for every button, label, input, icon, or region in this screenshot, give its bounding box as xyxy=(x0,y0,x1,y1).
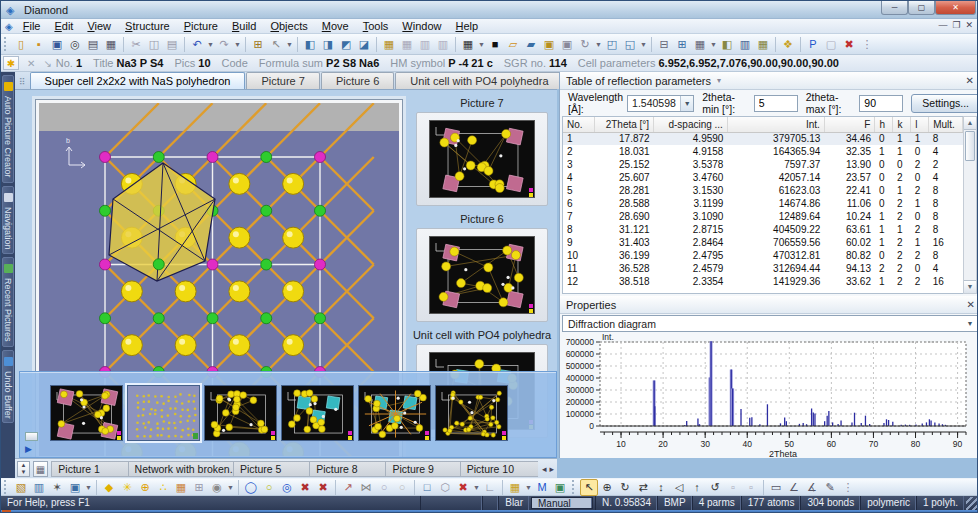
datasheet-icon[interactable]: ▦ xyxy=(754,36,772,53)
column-header[interactable]: h xyxy=(875,117,893,132)
goto-icon[interactable]: ↘ xyxy=(43,58,51,69)
new-icon[interactable]: ▯ xyxy=(12,36,30,53)
bond-open-icon[interactable]: ○ xyxy=(375,479,393,496)
povray-icon[interactable]: ✖ xyxy=(840,36,858,53)
dropdown-arrow-icon[interactable]: ▼ xyxy=(709,36,718,53)
paste-icon[interactable]: ▤ xyxy=(163,36,181,53)
sidebar-tab-undo-buffer[interactable]: Undo Buffer xyxy=(2,350,14,424)
remove-atoms-icon[interactable]: ✖ xyxy=(296,479,314,496)
document-tab[interactable]: Picture 7 xyxy=(246,72,319,89)
cut-icon[interactable]: ✂ xyxy=(127,36,145,53)
add-bond-icon[interactable]: ⊕ xyxy=(136,479,154,496)
chevron-down-icon[interactable]: ▼ xyxy=(963,320,977,327)
layout-vertical-icon[interactable]: ⊞ xyxy=(673,36,691,53)
gallery-icon[interactable]: ▣ xyxy=(558,36,576,53)
bond-grey-icon[interactable]: ○ xyxy=(393,479,411,496)
reflection-row[interactable]: 628.5883.119914674.8611.060218 xyxy=(563,197,963,210)
picture-tab[interactable]: Picture 8 xyxy=(309,461,385,477)
zoom-mode-icon[interactable]: ↕ xyxy=(652,479,670,496)
bond-pattern-icon[interactable]: ⋈ xyxy=(357,479,375,496)
column-header[interactable]: F xyxy=(824,117,875,132)
diffraction-diagram[interactable]: 0100000200000300000400000500000600000700… xyxy=(560,334,978,458)
new-picture-icon[interactable]: ▱ xyxy=(504,36,522,53)
diagram-icon[interactable]: ◧ xyxy=(718,36,736,53)
document-tab[interactable]: Super cell 2x2x2 with NaS polyhedron xyxy=(30,72,246,89)
spin-icon[interactable]: ↺ xyxy=(706,479,724,496)
polyhedron-blue-icon[interactable]: ◯ xyxy=(242,479,260,496)
walk-icon[interactable]: ▫ xyxy=(724,479,742,496)
recent-picture-card[interactable] xyxy=(416,112,548,206)
dropdown-arrow-icon[interactable]: ▼ xyxy=(233,36,242,53)
sidebar-tab-navigation[interactable]: Navigation xyxy=(2,186,14,255)
recent-picture-card[interactable] xyxy=(416,228,548,322)
theta-min-input[interactable] xyxy=(754,95,798,112)
picture-tab[interactable]: Picture 9 xyxy=(385,461,459,477)
picture-copy-icon[interactable]: ▥ xyxy=(30,479,48,496)
tab-grip-icon[interactable]: ⠿ xyxy=(15,77,30,89)
display-icon[interactable]: ■ xyxy=(486,36,504,53)
settings-button[interactable]: Settings... xyxy=(911,94,978,113)
structure-star-icon[interactable]: ✱ xyxy=(3,56,19,70)
select-mode-icon[interactable]: ↖ xyxy=(580,479,598,496)
print-preview-icon[interactable]: ▤ xyxy=(84,36,102,53)
tab-nav-arrows[interactable]: ◂▸ xyxy=(542,464,557,474)
picture-window-2-icon[interactable]: ◨ xyxy=(319,36,337,53)
chevron-down-icon[interactable]: ▼ xyxy=(680,96,693,111)
table-next-icon[interactable]: ▥ xyxy=(434,36,452,53)
sphere-style-icon[interactable]: ◉ xyxy=(208,479,226,496)
dropdown-arrow-icon[interactable]: ▼ xyxy=(472,479,481,496)
bond-angle-icon[interactable]: ∟ xyxy=(481,479,499,496)
reflection-row[interactable]: 1238.5182.3354141929.3633.6212216 xyxy=(563,275,963,288)
print-icon[interactable]: ▦ xyxy=(102,36,120,53)
column-header[interactable]: l xyxy=(911,117,929,132)
picture-window-4-icon[interactable]: ◪ xyxy=(355,36,373,53)
menu-help[interactable]: Help xyxy=(449,19,486,33)
scrollbar-thumb[interactable] xyxy=(965,131,975,161)
connectivity-icon[interactable]: ⊞ xyxy=(190,479,208,496)
panel-menu-icon[interactable]: ▾ xyxy=(717,76,721,85)
reflection-row[interactable]: 728.6903.109012489.6410.241208 xyxy=(563,210,963,223)
column-header[interactable]: No. xyxy=(563,117,595,132)
picture-tab[interactable]: Network with broken... xyxy=(128,461,233,477)
reflection-panel-close-icon[interactable]: ✕ xyxy=(966,75,974,86)
refresh-icon[interactable]: ↻ xyxy=(576,36,594,53)
dropdown-arrow-icon[interactable]: ▼ xyxy=(226,479,235,496)
reflection-table[interactable]: No.2Theta [°]d-spacing ...Int.FhklMult. … xyxy=(562,116,964,294)
reflection-row[interactable]: 325.1523.53787597.3713.900022 xyxy=(563,158,963,171)
ruler-icon[interactable]: ▭ xyxy=(767,479,785,496)
copy-icon[interactable]: ◫ xyxy=(145,36,163,53)
wizard-icon[interactable]: ❖ xyxy=(779,36,797,53)
clear-icon[interactable]: ✕ xyxy=(27,58,35,69)
torsion-icon[interactable]: ∡ xyxy=(803,479,821,496)
document-tab[interactable]: Unit cell with PO4 polyhedra xyxy=(395,72,563,89)
table-prev-icon[interactable]: ▥ xyxy=(416,36,434,53)
reflection-row[interactable]: 425.6073.476042057.1423.570204 xyxy=(563,171,963,184)
layout-horizontal-icon[interactable]: ⊟ xyxy=(655,36,673,53)
menu-picture[interactable]: Picture xyxy=(177,19,225,33)
toolbar-overflow-icon[interactable]: ⋮ xyxy=(839,479,857,496)
filter-icon[interactable]: ✖ xyxy=(454,479,472,496)
color-table-icon[interactable]: ▦ xyxy=(506,479,524,496)
picture-window-3-icon[interactable]: ◩ xyxy=(337,36,355,53)
perspective-icon[interactable]: ◁ xyxy=(670,479,688,496)
picture-new-icon[interactable]: ▧ xyxy=(12,479,30,496)
copy-picture-icon[interactable]: ▰ xyxy=(522,36,540,53)
close-button[interactable]: ✕ xyxy=(935,1,976,15)
table-open-icon[interactable]: ▦ xyxy=(398,36,416,53)
cell-box-icon[interactable]: □ xyxy=(418,479,436,496)
film-thumb-network[interactable] xyxy=(204,385,277,441)
picture-gallery-icon[interactable]: ▣ xyxy=(66,479,84,496)
column-header[interactable]: d-spacing ... xyxy=(654,117,728,132)
mdi-close-icon[interactable]: ✕ xyxy=(965,20,973,30)
letter-m-icon[interactable]: M xyxy=(533,479,551,496)
dropdown-arrow-icon[interactable]: ▼ xyxy=(84,479,93,496)
film-thumb-po4[interactable] xyxy=(281,385,354,441)
rotate-mode-icon[interactable]: ↻ xyxy=(616,479,634,496)
maximize-button[interactable]: ▢ xyxy=(908,1,935,15)
properties-panel-close-icon[interactable]: ✕ xyxy=(967,299,975,310)
open-icon[interactable]: ▪ xyxy=(30,36,48,53)
dropdown-arrow-icon[interactable]: ▼ xyxy=(524,479,533,496)
picture-tab[interactable]: Picture 1 xyxy=(51,461,127,477)
fly-icon[interactable]: ▫ xyxy=(742,479,760,496)
undo-icon[interactable]: ↶ xyxy=(188,36,206,53)
